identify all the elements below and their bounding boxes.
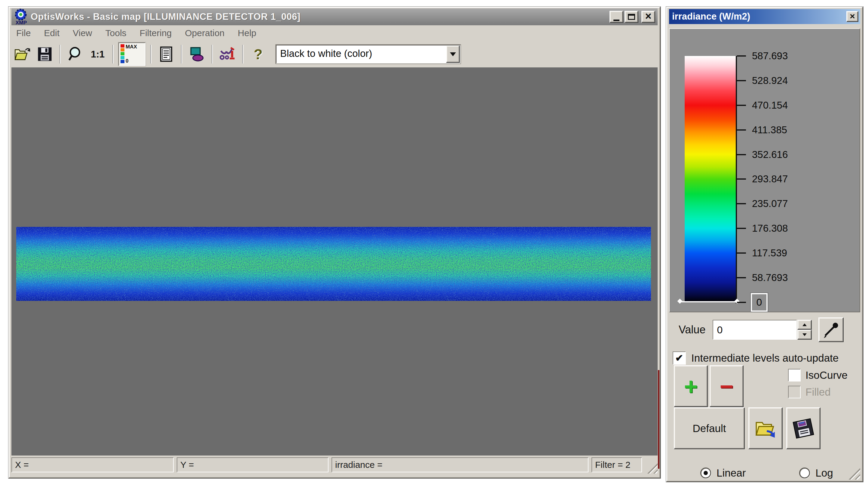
status-bar: X = Y = irradiance = Filter = 2	[11, 456, 658, 474]
detector-map-area[interactable]	[11, 67, 658, 456]
document-icon	[159, 46, 174, 62]
toolbar-separator	[113, 45, 114, 63]
zoom-button[interactable]	[65, 44, 85, 65]
resize-grip[interactable]	[645, 461, 658, 474]
menu-file[interactable]: File	[16, 28, 31, 38]
menu-tools[interactable]: Tools	[105, 28, 127, 38]
title-bar[interactable]: XMP OptisWorks - Basic map [ILLUMINANCE …	[11, 8, 658, 25]
radio-selected-dot	[704, 471, 708, 475]
tick-label: 117.539	[752, 247, 787, 259]
log-radio[interactable]	[799, 467, 810, 478]
tick-mark	[737, 277, 746, 278]
isocurve-label: IsoCurve	[805, 369, 847, 381]
menu-filtering[interactable]: Filtering	[140, 28, 172, 38]
display-mode-button[interactable]	[187, 44, 207, 65]
auto-update-checkbox[interactable]: ✔	[673, 351, 686, 365]
tick-label: 235.077	[752, 198, 788, 209]
measure-tools-button[interactable]	[218, 44, 238, 65]
color-scale-bar[interactable]	[685, 56, 736, 303]
spinner-down-button[interactable]	[797, 330, 812, 340]
chevron-down-icon	[450, 52, 456, 56]
open-folder-icon	[14, 47, 31, 62]
app-icon: XMP	[14, 9, 28, 25]
spinner-up-button[interactable]	[797, 320, 812, 330]
colormap-dropdown-button[interactable]	[446, 46, 460, 63]
tick-mark	[737, 203, 746, 204]
menu-view[interactable]: View	[73, 28, 92, 38]
log-label: Log	[815, 467, 833, 479]
isocurve-checkbox[interactable]	[788, 369, 801, 381]
tick-mark	[737, 252, 746, 254]
color-scale-icon	[121, 44, 124, 64]
value-input[interactable]	[713, 320, 797, 340]
filled-label: Filled	[805, 386, 831, 398]
menu-help[interactable]: Help	[238, 28, 256, 38]
app-icon-text: XMP	[16, 20, 27, 25]
save-button[interactable]	[35, 44, 55, 65]
load-palette-button[interactable]	[748, 407, 783, 449]
linear-label: Linear	[716, 467, 746, 479]
window-edge-artifact	[658, 370, 659, 469]
desktop: XMP OptisWorks - Basic map [ILLUMINANCE …	[0, 0, 868, 485]
value-label: Value	[679, 323, 705, 336]
toolbar-separator	[242, 45, 243, 63]
scale-mode-row: Linear Log	[669, 466, 860, 480]
close-icon: ×	[850, 12, 855, 21]
main-window: XMP OptisWorks - Basic map [ILLUMINANCE …	[8, 7, 661, 478]
palette-title-bar[interactable]: irradiance (W/m2) ×	[669, 9, 860, 24]
value-row: Value	[669, 317, 860, 342]
add-level-button[interactable]: +	[674, 365, 708, 407]
help-button[interactable]: ?	[248, 44, 268, 65]
palette-title: irradiance (W/m2)	[672, 11, 846, 22]
color-scale-min-label: 0	[126, 58, 137, 64]
minimize-button[interactable]	[610, 11, 623, 23]
status-x-readout: X =	[11, 457, 174, 473]
menu-bar: File Edit View Tools Filtering Operation…	[11, 25, 658, 41]
tick-mark	[737, 130, 746, 131]
close-icon: ×	[645, 11, 651, 22]
zoom-1to1-button[interactable]: 1:1	[88, 44, 107, 65]
filled-checkbox	[788, 386, 801, 398]
palette-close-button[interactable]: ×	[846, 11, 858, 22]
menu-operation[interactable]: Operation	[185, 28, 224, 38]
maximize-button[interactable]	[625, 11, 639, 23]
arrow-down-icon	[803, 333, 807, 336]
status-y-readout: Y =	[177, 457, 329, 473]
toolbar-separator	[60, 45, 61, 63]
eyedropper-icon	[822, 321, 840, 339]
remove-level-button[interactable]: −	[710, 365, 744, 407]
add-remove-level-row: + − IsoCurve Filled	[669, 365, 860, 407]
tick-mark	[737, 154, 746, 155]
open-folder-arrow-icon	[754, 419, 777, 438]
screen-ellipse-icon	[189, 46, 205, 62]
default-button[interactable]: Default	[674, 407, 745, 449]
save-palette-button[interactable]	[786, 407, 820, 449]
linear-radio[interactable]	[700, 467, 711, 478]
color-scale-area: 587.693 528.924 470.154 411.385 352.616 …	[669, 28, 860, 312]
help-icon: ?	[254, 46, 262, 63]
toolbar-separator	[212, 45, 213, 63]
tick-mark	[737, 55, 746, 57]
zoom-ratio-label: 1:1	[91, 49, 104, 60]
irradiance-band-image	[16, 227, 651, 301]
tick-mark	[737, 228, 746, 229]
toolbar-separator	[181, 45, 182, 63]
maximize-icon	[628, 14, 635, 20]
colormap-select[interactable]: Black to white (color)	[276, 45, 460, 63]
value-spinner	[797, 320, 812, 340]
tick-mark	[737, 302, 746, 303]
minimize-icon	[614, 20, 619, 21]
colormap-selected-value: Black to white (color)	[277, 46, 446, 63]
close-button[interactable]: ×	[641, 11, 655, 23]
scale-zero-level-box[interactable]: 0	[751, 293, 768, 312]
auto-update-label: Intermediate levels auto-update	[691, 352, 839, 364]
report-button[interactable]	[156, 44, 176, 65]
pick-value-button[interactable]	[818, 317, 844, 342]
magnifier-icon	[67, 46, 84, 62]
color-scale-button[interactable]: MAX 0	[118, 42, 146, 66]
tick-mark	[737, 80, 746, 81]
menu-edit[interactable]: Edit	[44, 28, 60, 38]
floppy-disk-icon	[792, 418, 815, 439]
open-button[interactable]	[12, 44, 32, 65]
color-scale-max-label: MAX	[126, 44, 137, 50]
